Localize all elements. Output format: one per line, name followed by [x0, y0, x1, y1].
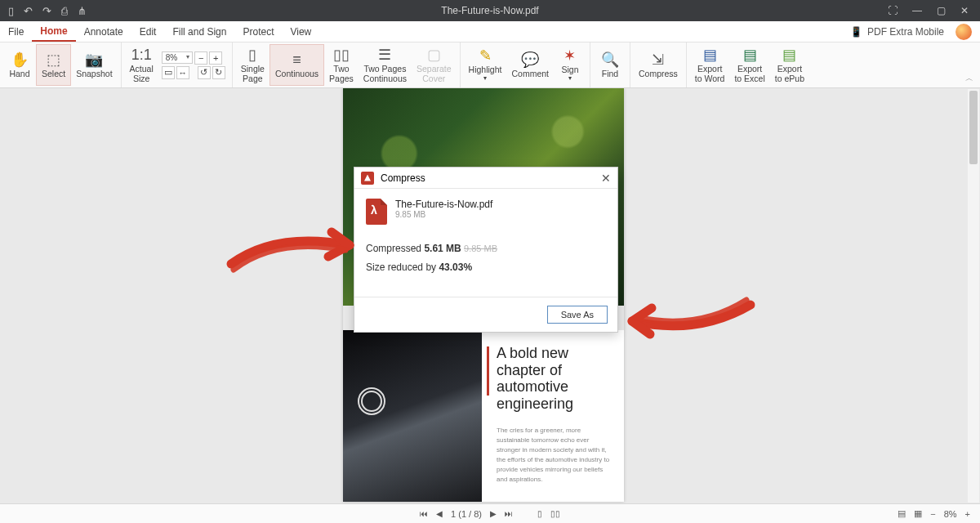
- zoom-in-status[interactable]: +: [965, 509, 970, 519]
- two-pages-cont-icon: ☰: [378, 47, 391, 65]
- page-indicator: 1 (1 / 8): [451, 509, 482, 519]
- zoom-out-button[interactable]: −: [194, 51, 207, 65]
- minimize-icon[interactable]: —: [912, 5, 922, 16]
- page-body-text: The cries for a greener, more sustainabl…: [497, 426, 612, 485]
- fit-page-button[interactable]: ▭: [162, 66, 175, 79]
- annotation-arrow-left: [227, 227, 358, 279]
- actual-size-icon: 1:1: [131, 47, 152, 65]
- vertical-scrollbar[interactable]: [968, 89, 979, 503]
- sign-button[interactable]: ✶Sign▾: [554, 44, 586, 86]
- last-page-button[interactable]: ⏭: [505, 509, 513, 518]
- highlight-button[interactable]: ✎Highlight▾: [464, 44, 507, 86]
- continuous-icon: ≡: [292, 51, 301, 69]
- window-titlebar: ▯ ↶ ↷ ⎙ ⋔ The-Future-is-Now.pdf ⛶ — ▢ ✕: [0, 0, 980, 21]
- single-page-button[interactable]: ▯Single Page: [236, 44, 270, 86]
- compress-dialog: Compress ✕ The-Future-is-Now.pdf 9.85 MB…: [354, 167, 618, 333]
- cursor-icon: ⬚: [47, 51, 60, 69]
- ribbon: ✋Hand ⬚Select 📷Snapshot 1:1Actual Size 8…: [0, 42, 980, 88]
- scrollbar-thumb[interactable]: [969, 91, 978, 164]
- hand-tool[interactable]: ✋Hand: [3, 44, 36, 86]
- menu-annotate[interactable]: Annotate: [76, 21, 131, 42]
- highlight-icon: ✎: [479, 47, 492, 65]
- two-pages-continuous-button[interactable]: ☰Two Pages Continuous: [359, 44, 412, 86]
- app-icon: [361, 172, 374, 185]
- snapshot-tool[interactable]: 📷Snapshot: [71, 44, 117, 86]
- actual-size-button[interactable]: 1:1Actual Size: [125, 44, 158, 86]
- single-page-icon: ▯: [248, 47, 256, 65]
- menu-home[interactable]: Home: [32, 21, 75, 42]
- separate-cover-icon: ▢: [427, 47, 441, 65]
- page-heading: A bold new chapter of automotive enginee…: [497, 345, 612, 413]
- menu-fill-sign[interactable]: Fill and Sign: [164, 21, 234, 42]
- page-image-car: [343, 330, 482, 502]
- print-icon[interactable]: ⎙: [61, 5, 68, 17]
- save-icon[interactable]: ▯: [8, 5, 14, 17]
- next-page-button[interactable]: ▶: [490, 509, 497, 518]
- phone-icon: 📱: [850, 26, 862, 38]
- hand-icon: ✋: [11, 51, 29, 69]
- close-icon[interactable]: ✕: [960, 5, 969, 16]
- menu-file[interactable]: File: [0, 21, 32, 42]
- fit-width-button[interactable]: ↔: [176, 66, 189, 79]
- zoom-select[interactable]: 8%: [162, 51, 193, 64]
- collapse-ribbon-icon[interactable]: ︿: [965, 73, 973, 84]
- select-tool[interactable]: ⬚Select: [36, 44, 71, 86]
- continuous-button[interactable]: ≡Continuous: [270, 44, 324, 86]
- zoom-value-status: 8%: [944, 509, 957, 519]
- menu-edit[interactable]: Edit: [131, 21, 165, 42]
- dialog-filename: The-Future-is-Now.pdf: [395, 199, 492, 210]
- separate-cover-button: ▢Separate Cover: [412, 44, 457, 86]
- excel-icon: ▤: [743, 47, 757, 65]
- comment-button[interactable]: 💬Comment: [506, 44, 554, 86]
- user-avatar[interactable]: [956, 24, 972, 40]
- single-page-status-icon[interactable]: ▯: [537, 509, 542, 518]
- first-page-button[interactable]: ⏮: [420, 509, 428, 518]
- dialog-filesize: 9.85 MB: [395, 210, 492, 219]
- compressed-line: Compressed 5.61 MB 9.85 MB: [366, 239, 606, 258]
- maximize-icon[interactable]: ▢: [937, 5, 946, 16]
- status-bar: ⏮ ◀ 1 (1 / 8) ▶ ⏭ ▯ ▯▯ ▤ ▦ − 8% +: [0, 503, 980, 523]
- menu-protect[interactable]: Protect: [234, 21, 282, 42]
- rotate-right-button[interactable]: ↻: [212, 66, 225, 79]
- mobile-label: PDF Extra Mobile: [867, 26, 944, 38]
- zoom-out-status[interactable]: −: [930, 509, 935, 519]
- two-pages-button[interactable]: ▯▯Two Pages: [324, 44, 359, 86]
- dialog-close-icon[interactable]: ✕: [601, 172, 611, 185]
- zoom-in-button[interactable]: +: [209, 51, 222, 65]
- prev-page-button[interactable]: ◀: [436, 509, 443, 518]
- redo-icon[interactable]: ↷: [42, 5, 51, 17]
- pdf-file-icon: [366, 199, 387, 225]
- find-button[interactable]: 🔍Find: [594, 44, 626, 86]
- word-icon: ▤: [703, 47, 717, 65]
- two-page-status-icon[interactable]: ▯▯: [550, 509, 560, 518]
- rotate-left-button[interactable]: ↺: [198, 66, 211, 79]
- save-as-button[interactable]: Save As: [547, 306, 608, 324]
- page-layout-icon[interactable]: ▤: [898, 508, 906, 519]
- undo-icon[interactable]: ↶: [24, 5, 33, 17]
- epub-icon: ▤: [782, 47, 796, 65]
- fullscreen-icon[interactable]: ⛶: [888, 5, 898, 16]
- page-layout2-icon[interactable]: ▦: [914, 508, 922, 519]
- dialog-title: Compress: [381, 172, 425, 184]
- menu-bar: File Home Annotate Edit Fill and Sign Pr…: [0, 21, 980, 42]
- export-excel-button[interactable]: ▤Export to Excel: [729, 44, 769, 86]
- reduced-line: Size reduced by 43.03%: [366, 258, 606, 277]
- document-viewport[interactable]: A bold new chapter of automotive enginee…: [0, 88, 980, 503]
- compress-button[interactable]: ⇲Compress: [634, 44, 683, 86]
- export-word-button[interactable]: ▤Export to Word: [690, 44, 730, 86]
- pdf-extra-mobile-link[interactable]: 📱 PDF Extra Mobile: [850, 26, 956, 38]
- search-icon: 🔍: [601, 51, 619, 69]
- document-title: The-Future-is-Now.pdf: [0, 5, 980, 16]
- export-epub-button[interactable]: ▤Export to ePub: [770, 44, 809, 86]
- menu-view[interactable]: View: [282, 21, 319, 42]
- comment-icon: 💬: [521, 51, 539, 69]
- share-icon[interactable]: ⋔: [78, 5, 87, 17]
- camera-icon: 📷: [85, 51, 103, 69]
- two-pages-icon: ▯▯: [333, 47, 350, 65]
- compress-icon: ⇲: [652, 51, 664, 69]
- annotation-arrow-right: [624, 297, 755, 349]
- sign-icon: ✶: [564, 47, 576, 65]
- accent-bar: [487, 346, 489, 396]
